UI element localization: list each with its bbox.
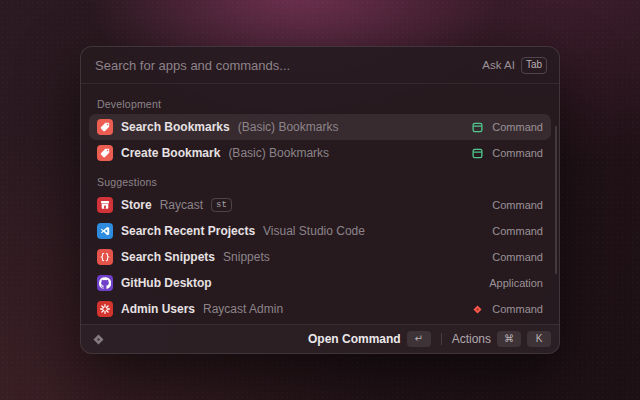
list-item[interactable]: Search Recent Projects Visual Studio Cod… bbox=[89, 218, 551, 244]
item-subtitle: Raycast Admin bbox=[203, 302, 283, 316]
item-type-label: Command bbox=[492, 199, 543, 211]
list-item[interactable]: Search Snippets Snippets Command bbox=[89, 244, 551, 270]
item-type-label: Command bbox=[492, 121, 543, 133]
ask-ai-label: Ask AI bbox=[482, 59, 515, 71]
search-input[interactable] bbox=[93, 57, 474, 74]
return-key-badge: ↵ bbox=[407, 331, 431, 347]
item-subtitle: Raycast bbox=[160, 198, 203, 212]
section-header: Development bbox=[89, 88, 551, 114]
item-subtitle: (Basic) Bookmarks bbox=[238, 120, 339, 134]
item-type-label: Command bbox=[492, 251, 543, 263]
item-subtitle: Visual Studio Code bbox=[263, 224, 365, 238]
item-subtitle: (Basic) Bookmarks bbox=[228, 146, 329, 160]
actions-button[interactable]: Actions ⌘ K bbox=[452, 331, 551, 347]
item-title: Store bbox=[121, 198, 152, 212]
item-type-label: Command bbox=[492, 225, 543, 237]
raycast-logo-icon bbox=[91, 332, 106, 347]
raycast-launcher: Ask AI Tab Development Search Bookmarks … bbox=[80, 46, 560, 354]
open-command-label: Open Command bbox=[308, 332, 401, 346]
item-title: Search Snippets bbox=[121, 250, 215, 264]
item-title: Search Bookmarks bbox=[121, 120, 230, 134]
bookmarks-icon bbox=[97, 119, 113, 135]
list-item[interactable]: Store Raycast st Command bbox=[89, 192, 551, 218]
raycast-red-icon bbox=[471, 303, 484, 316]
snippets-icon bbox=[97, 249, 113, 265]
footer-bar: Open Command ↵ Actions ⌘ K bbox=[81, 324, 559, 353]
search-bar: Ask AI Tab bbox=[81, 47, 559, 84]
item-alias-badge: st bbox=[211, 198, 232, 213]
item-title: Search Recent Projects bbox=[121, 224, 255, 238]
k-key-badge: K bbox=[527, 331, 551, 347]
section-header: Suggestions bbox=[89, 166, 551, 192]
admin-icon bbox=[97, 301, 113, 317]
list-item[interactable]: Search Bookmarks (Basic) Bookmarks Comma… bbox=[89, 114, 551, 140]
github-icon bbox=[97, 275, 113, 291]
ask-ai-button[interactable]: Ask AI Tab bbox=[482, 57, 547, 74]
results-list: Development Search Bookmarks (Basic) Boo… bbox=[81, 84, 559, 324]
browser-icon bbox=[471, 121, 484, 134]
footer-divider bbox=[441, 333, 442, 345]
browser-icon bbox=[471, 147, 484, 160]
item-type-label: Command bbox=[492, 303, 543, 315]
list-item[interactable]: Create Bookmark (Basic) Bookmarks Comman… bbox=[89, 140, 551, 166]
tab-key-badge: Tab bbox=[521, 57, 547, 74]
list-item[interactable]: GitHub Desktop Application bbox=[89, 270, 551, 296]
vscode-icon bbox=[97, 223, 113, 239]
bookmarks-icon bbox=[97, 145, 113, 161]
store-icon bbox=[97, 197, 113, 213]
item-title: GitHub Desktop bbox=[121, 276, 212, 290]
item-title: Create Bookmark bbox=[121, 146, 220, 160]
open-command-button[interactable]: Open Command ↵ bbox=[308, 331, 431, 347]
section-header: Commands bbox=[89, 322, 551, 324]
cmd-key-badge: ⌘ bbox=[497, 331, 521, 347]
scrollbar[interactable] bbox=[555, 126, 557, 274]
list-item[interactable]: Admin Users Raycast Admin Command bbox=[89, 296, 551, 322]
item-title: Admin Users bbox=[121, 302, 195, 316]
item-subtitle: Snippets bbox=[223, 250, 270, 264]
actions-label: Actions bbox=[452, 332, 491, 346]
item-type-label: Application bbox=[489, 277, 543, 289]
item-type-label: Command bbox=[492, 147, 543, 159]
